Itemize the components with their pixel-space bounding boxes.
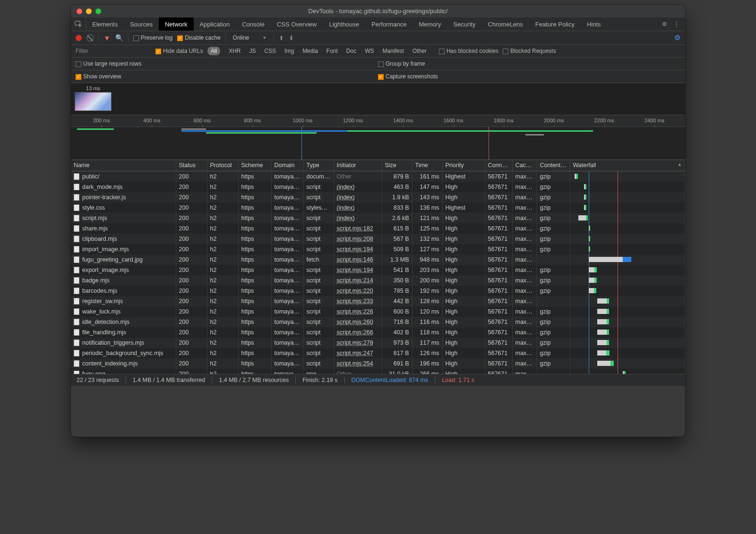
preserve-log-checkbox[interactable]: Preserve log (133, 34, 172, 41)
initiator-link[interactable]: script.mjs:194 (337, 246, 373, 253)
blocked-requests-checkbox[interactable]: Blocked Requests (503, 48, 556, 54)
initiator-link[interactable]: script.mjs:194 (337, 267, 373, 273)
tab-elements[interactable]: Elements (86, 17, 124, 31)
filter-type-css[interactable]: CSS (264, 48, 276, 54)
disable-cache-checkbox[interactable]: Disable cache (177, 34, 220, 41)
network-settings-icon[interactable]: ⚙ (674, 34, 680, 42)
network-grid[interactable]: NameStatusProtocolSchemeDomainTypeInitia… (71, 160, 685, 374)
initiator-link[interactable]: script.mjs:254 (337, 360, 373, 367)
group-frame-checkbox[interactable]: Group by frame (378, 60, 425, 67)
throttling-select[interactable]: Online▼ (231, 34, 269, 41)
tab-console[interactable]: Console (236, 17, 271, 31)
tab-feature-policy[interactable]: Feature Policy (529, 17, 581, 31)
col-size[interactable]: Size (382, 160, 412, 171)
clear-button[interactable] (86, 34, 94, 42)
filter-type-font[interactable]: Font (326, 48, 338, 54)
col-content[interactable]: Content-… (537, 160, 570, 171)
show-overview-checkbox[interactable]: Show overview (76, 73, 121, 80)
tab-lighthouse[interactable]: Lighthouse (323, 17, 365, 31)
col-priority[interactable]: Priority (442, 160, 485, 171)
download-har-icon[interactable]: ⬇ (289, 34, 294, 42)
col-cach[interactable]: Cach… (512, 160, 537, 171)
initiator-link[interactable]: script.mjs:182 (337, 225, 373, 232)
maximize-window-button[interactable] (95, 8, 101, 14)
table-row[interactable]: periodic_background_sync.mjs200h2httpsto… (71, 348, 685, 358)
table-row[interactable]: public/200h2httpstomayac…documentOther87… (71, 171, 685, 182)
filter-type-js[interactable]: JS (249, 48, 256, 54)
col-time[interactable]: Time (412, 160, 442, 171)
minimize-window-button[interactable] (86, 8, 92, 14)
table-row[interactable]: share.mjs200h2httpstomayac…scriptscript.… (71, 223, 685, 234)
table-row[interactable]: pointer-tracker.js200h2httpstomayac…scri… (71, 192, 685, 203)
filter-type-doc[interactable]: Doc (346, 48, 356, 54)
initiator-link[interactable]: (index) (337, 204, 355, 211)
col-type[interactable]: Type (303, 160, 334, 171)
initiator-link[interactable]: script.mjs:278 (337, 339, 373, 346)
tab-application[interactable]: Application (194, 17, 236, 31)
initiator-link[interactable]: (index) (337, 194, 355, 201)
upload-har-icon[interactable]: ⬆ (279, 34, 284, 42)
tab-sources[interactable]: Sources (124, 17, 159, 31)
table-row[interactable]: register_sw.mjs200h2httpstomayac…scripts… (71, 296, 685, 306)
table-row[interactable]: clipboard.mjs200h2httpstomayac…scriptscr… (71, 234, 685, 244)
initiator-link[interactable]: script.mjs:260 (337, 319, 373, 325)
filter-type-manifest[interactable]: Manifest (383, 48, 404, 54)
initiator-link[interactable]: script.mjs:214 (337, 277, 373, 284)
initiator-link[interactable]: script.mjs:266 (337, 329, 373, 336)
tab-network[interactable]: Network (159, 17, 194, 31)
timeline-ruler[interactable]: 200 ms400 ms600 ms800 ms1000 ms1200 ms14… (71, 115, 685, 127)
table-row[interactable]: script.mjs200h2httpstomayac…script(index… (71, 213, 685, 223)
col-waterfall[interactable]: Waterfall▲ (570, 160, 685, 171)
initiator-link[interactable]: script.mjs:146 (337, 256, 373, 263)
initiator-link[interactable]: script.mjs:226 (337, 308, 373, 315)
initiator-link[interactable]: script.mjs:208 (337, 236, 373, 242)
col-name[interactable]: Name (71, 160, 176, 171)
table-row[interactable]: barcodes.mjs200h2httpstomayac…scriptscri… (71, 286, 685, 296)
table-row[interactable]: import_image.mjs200h2httpstomayac…script… (71, 244, 685, 254)
tab-security[interactable]: Security (447, 17, 481, 31)
table-row[interactable]: content_indexing.mjs200h2httpstomayac…sc… (71, 358, 685, 369)
filter-type-other[interactable]: Other (412, 48, 427, 54)
tab-performance[interactable]: Performance (365, 17, 412, 31)
table-row[interactable]: file_handling.mjs200h2httpstomayac…scrip… (71, 327, 685, 338)
col-protocol[interactable]: Protocol (207, 160, 238, 171)
close-window-button[interactable] (77, 8, 82, 14)
table-row[interactable]: wake_lock.mjs200h2httpstomayac…scriptscr… (71, 306, 685, 317)
table-row[interactable]: badge.mjs200h2httpstomayac…scriptscript.… (71, 275, 685, 286)
col-status[interactable]: Status (176, 160, 207, 171)
col-conne[interactable]: Conne… (485, 160, 512, 171)
timeline-overview[interactable] (71, 127, 685, 160)
col-domain[interactable]: Domain (271, 160, 303, 171)
initiator-link[interactable]: script.mjs:233 (337, 298, 373, 305)
filter-type-ws[interactable]: WS (365, 48, 374, 54)
table-row[interactable]: export_image.mjs200h2httpstomayac…script… (71, 265, 685, 275)
filter-type-xhr[interactable]: XHR (229, 48, 241, 54)
tab-chromelens[interactable]: ChromeLens (481, 17, 529, 31)
filter-input[interactable]: Filter (76, 48, 151, 54)
filter-type-media[interactable]: Media (302, 48, 318, 54)
large-rows-checkbox[interactable]: Use large request rows (76, 60, 141, 67)
table-row[interactable]: fugu_greeting_card.jpg200h2httpstomayac…… (71, 254, 685, 265)
filter-type-img[interactable]: Img (284, 48, 294, 54)
tab-memory[interactable]: Memory (412, 17, 447, 31)
record-button[interactable] (76, 35, 82, 41)
settings-icon[interactable]: ⚙ (662, 21, 667, 27)
tab-css-overview[interactable]: CSS Overview (271, 17, 323, 31)
filter-type-all[interactable]: All (207, 47, 220, 55)
tab-hints[interactable]: Hints (581, 17, 607, 31)
col-initiator[interactable]: Initiator (334, 160, 382, 171)
filter-icon[interactable]: ▼ (103, 34, 111, 42)
initiator-link[interactable]: script.mjs:247 (337, 350, 373, 356)
hide-data-urls-checkbox[interactable]: Hide data URLs (155, 48, 203, 54)
table-row[interactable]: fugu.png200h2httpstomayac…pngOther31.0 k… (71, 369, 685, 374)
table-row[interactable]: idle_detection.mjs200h2httpstomayac…scri… (71, 317, 685, 327)
capture-screenshots-checkbox[interactable]: Capture screenshots (378, 73, 438, 80)
table-row[interactable]: style.css200h2httpstomayac…stylesheet(in… (71, 203, 685, 213)
initiator-link[interactable]: (index) (337, 215, 355, 221)
col-scheme[interactable]: Scheme (238, 160, 271, 171)
inspect-element-icon[interactable] (71, 17, 86, 31)
table-row[interactable]: notification_triggers.mjs200h2httpstomay… (71, 338, 685, 348)
blocked-cookies-checkbox[interactable]: Has blocked cookies (439, 48, 498, 54)
table-row[interactable]: dark_mode.mjs200h2httpstomayac…script(in… (71, 182, 685, 192)
search-icon[interactable]: 🔍 (115, 34, 123, 42)
